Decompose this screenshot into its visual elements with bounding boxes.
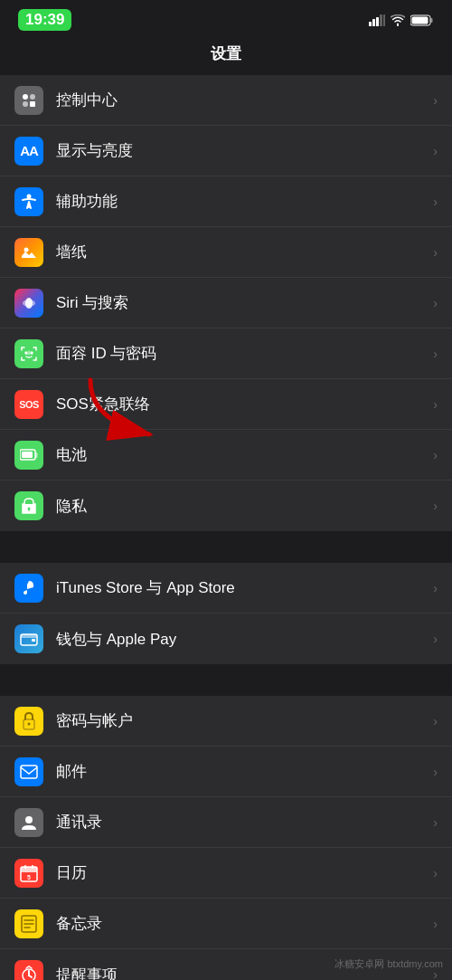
battery-chevron: › <box>433 448 438 462</box>
svg-point-9 <box>30 94 35 100</box>
svg-point-16 <box>25 352 27 354</box>
svg-point-31 <box>25 816 33 823</box>
svg-rect-24 <box>28 509 29 511</box>
notes-chevron: › <box>433 917 438 931</box>
settings-item-face-id[interactable]: 面容 ID 与密码 › <box>0 328 452 379</box>
settings-item-sos[interactable]: SOS SOS紧急联络 › <box>0 379 452 430</box>
contacts-label: 通讯录 <box>56 812 426 833</box>
status-bar: 19:39 <box>0 0 452 36</box>
svg-rect-21 <box>22 452 33 458</box>
passwords-icon <box>14 707 43 736</box>
settings-item-wallpaper[interactable]: 墙纸 › <box>0 227 452 278</box>
settings-group-3: 密码与帐户 › 邮件 › 通讯录 › <box>0 696 452 980</box>
svg-line-43 <box>29 975 32 977</box>
svg-point-13 <box>24 247 29 252</box>
svg-point-12 <box>27 194 32 198</box>
settings-item-contacts[interactable]: 通讯录 › <box>0 797 452 848</box>
settings-item-display[interactable]: AA 显示与亮度 › <box>0 126 452 176</box>
svg-rect-26 <box>21 634 37 638</box>
notes-icon <box>14 909 43 938</box>
status-time: 19:39 <box>18 9 71 31</box>
svg-rect-0 <box>369 22 372 26</box>
passwords-label: 密码与帐户 <box>56 710 426 731</box>
privacy-chevron: › <box>433 499 438 513</box>
settings-group-2: iTunes Store 与 App Store › 钱包与 Apple Pay… <box>0 563 452 664</box>
calendar-label: 日历 <box>56 862 426 883</box>
wallet-chevron: › <box>433 632 438 646</box>
svg-rect-1 <box>372 19 375 26</box>
battery-settings-icon <box>14 441 43 470</box>
passwords-chevron: › <box>433 714 438 728</box>
svg-rect-3 <box>380 14 382 26</box>
control-center-icon <box>14 86 43 115</box>
settings-item-calendar[interactable]: 5 日历 › <box>0 848 452 899</box>
page-title: 设置 <box>0 36 452 75</box>
settings-item-wallet[interactable]: 钱包与 Apple Pay › <box>0 614 452 664</box>
siri-chevron: › <box>433 296 438 310</box>
group-separator-1 <box>0 531 452 563</box>
itunes-chevron: › <box>433 581 438 595</box>
settings-item-battery[interactable]: 电池 › <box>0 430 452 480</box>
calendar-icon: 5 <box>14 859 43 888</box>
settings-item-mail[interactable]: 邮件 › <box>0 747 452 797</box>
svg-rect-35 <box>32 865 33 869</box>
svg-rect-11 <box>30 101 35 107</box>
privacy-icon <box>14 491 43 520</box>
svg-rect-27 <box>32 639 35 642</box>
settings-item-itunes[interactable]: iTunes Store 与 App Store › <box>0 563 452 614</box>
battery-label: 电池 <box>56 444 426 465</box>
settings-item-control-center[interactable]: 控制中心 › <box>0 75 452 126</box>
settings-item-privacy[interactable]: 隐私 › <box>0 480 452 531</box>
signal-icon <box>369 14 385 26</box>
control-center-label: 控制中心 <box>56 90 426 110</box>
wallet-icon <box>14 624 43 653</box>
svg-point-17 <box>31 352 33 354</box>
display-icon: AA <box>14 137 43 166</box>
svg-rect-6 <box>431 18 433 23</box>
face-id-chevron: › <box>433 347 438 361</box>
face-id-label: 面容 ID 与密码 <box>56 343 426 364</box>
wallet-label: 钱包与 Apple Pay <box>56 629 426 650</box>
wallpaper-label: 墙纸 <box>56 242 426 262</box>
settings-item-accessibility[interactable]: 辅助功能 › <box>0 176 452 227</box>
wallpaper-chevron: › <box>433 245 438 260</box>
accessibility-icon <box>14 187 43 216</box>
mail-label: 邮件 <box>56 761 426 782</box>
status-icons <box>369 14 434 26</box>
svg-rect-7 <box>412 16 428 24</box>
siri-icon <box>14 289 43 318</box>
sos-label: SOS紧急联络 <box>56 394 426 414</box>
svg-rect-30 <box>21 766 37 778</box>
group-separator-2 <box>0 664 452 696</box>
siri-label: Siri 与搜索 <box>56 292 426 313</box>
settings-list-1: 控制中心 › AA 显示与亮度 › 辅助功能 › <box>0 75 452 531</box>
settings-group-1: 控制中心 › AA 显示与亮度 › 辅助功能 › <box>0 75 452 531</box>
svg-rect-4 <box>383 14 385 26</box>
sos-icon: SOS <box>14 390 43 419</box>
notes-label: 备忘录 <box>56 913 426 934</box>
svg-rect-34 <box>24 865 26 869</box>
display-chevron: › <box>433 144 438 158</box>
contacts-icon <box>14 808 43 837</box>
settings-item-siri[interactable]: Siri 与搜索 › <box>0 278 452 328</box>
mail-chevron: › <box>433 765 438 779</box>
contacts-chevron: › <box>433 815 438 830</box>
battery-icon <box>410 14 434 26</box>
settings-list-3: 密码与帐户 › 邮件 › 通讯录 › <box>0 696 452 980</box>
svg-point-15 <box>23 300 35 307</box>
itunes-icon <box>14 574 43 603</box>
sos-chevron: › <box>433 397 438 412</box>
control-center-chevron: › <box>433 93 438 108</box>
settings-list-2: iTunes Store 与 App Store › 钱包与 Apple Pay… <box>0 563 452 664</box>
accessibility-label: 辅助功能 <box>56 191 426 212</box>
svg-text:5: 5 <box>27 874 31 880</box>
svg-rect-33 <box>21 867 37 872</box>
wallpaper-icon <box>14 238 43 267</box>
settings-item-passwords[interactable]: 密码与帐户 › <box>0 696 452 747</box>
calendar-chevron: › <box>433 866 438 880</box>
svg-point-29 <box>28 722 31 725</box>
settings-item-notes[interactable]: 备忘录 › <box>0 899 452 949</box>
display-label: 显示与亮度 <box>56 140 426 161</box>
wifi-icon <box>391 14 405 26</box>
svg-rect-2 <box>376 17 379 26</box>
